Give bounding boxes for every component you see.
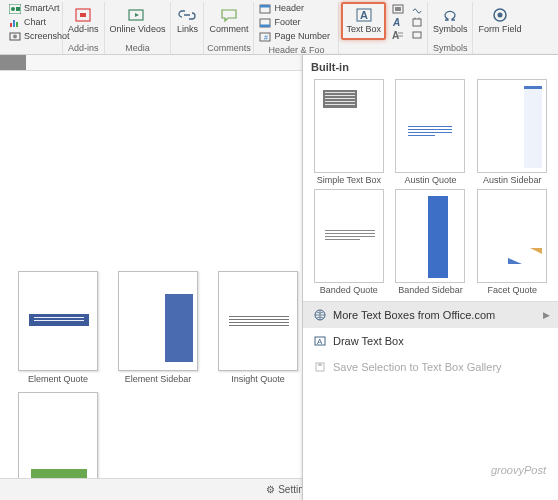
gallery-item-element-quote[interactable]: Element Quote [14, 271, 102, 384]
text-group-label [382, 42, 385, 54]
link-icon [178, 7, 196, 23]
video-icon [127, 7, 147, 23]
online-videos-button[interactable]: Online Videos [107, 2, 169, 40]
text-box-button[interactable]: A Text Box [341, 2, 386, 40]
flyout-item-austin-sidebar[interactable]: Austin Sidebar [474, 79, 550, 185]
wordart-button[interactable]: A [390, 15, 406, 28]
smartart-button[interactable]: SmartArt [6, 2, 60, 16]
ribbon-group-addins: Add-ins Add-ins [63, 2, 105, 54]
page-number-icon: # [259, 32, 271, 42]
text-box-flyout: Built-in Simple Text BoxAustin QuoteAust… [302, 55, 558, 500]
symbols-label: Symbols [433, 25, 468, 35]
ribbon: SmartArt Chart Screenshot Add-ins Add-in… [0, 0, 558, 55]
svg-rect-13 [260, 5, 270, 8]
ribbon-group-symbols: Symbols Symbols [428, 2, 474, 54]
flyout-item-label: Banded Sidebar [398, 285, 463, 295]
chart-button[interactable]: Chart [6, 16, 60, 30]
online-videos-label: Online Videos [110, 25, 166, 35]
flyout-item-label: Austin Quote [404, 175, 456, 185]
flyout-section-header: Built-in [303, 55, 558, 77]
flyout-gallery: Simple Text BoxAustin QuoteAustin Sideba… [303, 77, 558, 301]
flyout-item-label: Facet Quote [487, 285, 537, 295]
svg-rect-21 [395, 7, 401, 11]
draw-text-box-label: Draw Text Box [333, 335, 404, 347]
links-group-label [186, 42, 189, 54]
screenshot-button[interactable]: Screenshot [6, 30, 60, 44]
ribbon-group-text: A Text Box A A [339, 2, 428, 54]
chevron-right-icon: ▶ [543, 310, 550, 320]
comment-icon [220, 7, 238, 23]
svg-marker-11 [135, 13, 139, 17]
date-time-button[interactable] [409, 15, 425, 28]
addins-button[interactable]: Add-ins [65, 2, 102, 40]
object-button[interactable] [409, 28, 425, 41]
signature-line-button[interactable] [409, 2, 425, 15]
svg-text:A: A [317, 337, 323, 346]
gallery-item-label: Element Quote [28, 374, 88, 384]
save-selection-item: Save Selection to Text Box Gallery [303, 354, 558, 380]
ribbon-group-links: Links [171, 2, 204, 54]
svg-rect-3 [10, 23, 12, 27]
header-icon [259, 4, 271, 14]
page-number-label: Page Number [274, 32, 330, 42]
gallery-item-insight-quote[interactable]: Insight Quote [214, 271, 302, 384]
gallery-item-label: Insight Quote [231, 374, 285, 384]
text-box-icon: A [355, 7, 373, 23]
form-field-label: Form Field [478, 25, 521, 35]
comments-group-label: Comments [207, 42, 251, 54]
addins-label: Add-ins [68, 25, 99, 35]
ribbon-group-form: Form Field [473, 2, 526, 54]
flyout-item-simple-text-box[interactable]: Simple Text Box [311, 79, 387, 185]
chart-label: Chart [24, 18, 46, 28]
gallery-thumbnails: Element QuoteElement SidebarInsight Quot… [14, 271, 302, 478]
form-field-icon [491, 7, 509, 23]
page-number-button[interactable]: # Page Number [256, 30, 336, 44]
links-button[interactable]: Links [173, 2, 201, 40]
flyout-item-banded-sidebar[interactable]: Banded Sidebar [393, 189, 469, 295]
quick-parts-button[interactable] [390, 2, 406, 15]
svg-point-1 [11, 7, 15, 11]
flyout-item-label: Banded Quote [320, 285, 378, 295]
flyout-commands: More Text Boxes from Office.com ▶ A Draw… [303, 301, 558, 380]
svg-rect-41 [318, 363, 322, 366]
footer-button[interactable]: Footer [256, 16, 336, 30]
gallery-item-label: Element Sidebar [125, 374, 192, 384]
omega-icon [441, 7, 459, 23]
svg-rect-9 [80, 13, 86, 17]
form-field-button[interactable]: Form Field [475, 2, 524, 40]
comment-button[interactable]: Comment [206, 2, 251, 40]
svg-text:#: # [264, 34, 268, 41]
svg-rect-5 [16, 22, 18, 27]
flyout-item-label: Austin Sidebar [483, 175, 542, 185]
ribbon-group-illustrations: SmartArt Chart Screenshot [4, 2, 63, 54]
header-button[interactable]: Header [256, 2, 336, 16]
links-label: Links [177, 25, 198, 35]
smartart-icon [9, 4, 21, 14]
svg-rect-15 [260, 25, 270, 28]
addins-group-label: Add-ins [68, 42, 99, 54]
svg-text:A: A [392, 17, 400, 27]
symbols-group-label: Symbols [433, 42, 468, 54]
svg-point-7 [13, 35, 17, 39]
flyout-item-banded-quote[interactable]: Banded Quote [311, 189, 387, 295]
watermark: groovyPost [491, 464, 546, 476]
draw-text-box-icon: A [313, 334, 327, 348]
flyout-item-label: Simple Text Box [317, 175, 381, 185]
symbols-button[interactable]: Symbols [430, 2, 471, 40]
ribbon-group-headerfooter: Header Footer # Page Number Header & Foo [254, 2, 339, 54]
svg-point-31 [497, 13, 502, 18]
svg-text:A: A [392, 30, 399, 40]
addins-icon [74, 7, 92, 23]
gallery-item-element-sidebar[interactable]: Element Sidebar [114, 271, 202, 384]
drop-cap-button[interactable]: A [390, 28, 406, 41]
chart-icon [9, 18, 21, 28]
text-box-label: Text Box [346, 25, 381, 35]
svg-rect-29 [413, 32, 421, 38]
flyout-item-facet-quote[interactable]: Facet Quote [474, 189, 550, 295]
gallery-item-insight-sidebar[interactable]: Insight Sidebar [14, 392, 102, 478]
media-group-label: Media [125, 42, 150, 54]
draw-text-box-item[interactable]: A Draw Text Box [303, 328, 558, 354]
flyout-item-austin-quote[interactable]: Austin Quote [393, 79, 469, 185]
more-text-boxes-item[interactable]: More Text Boxes from Office.com ▶ [303, 302, 558, 328]
footer-label: Footer [274, 18, 300, 28]
